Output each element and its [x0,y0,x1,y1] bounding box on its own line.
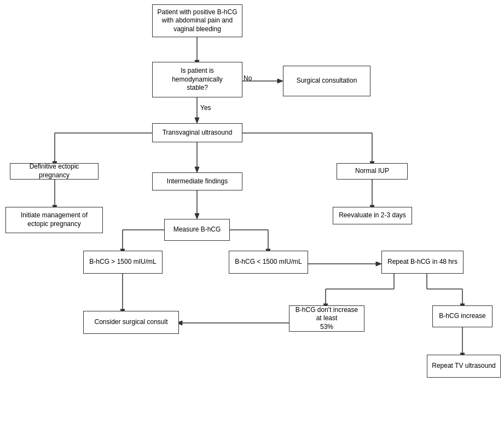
bhcg-no-increase-box: B-hCG don't increase at least 53% [289,305,364,332]
bhcg-high-box: B-hCG > 1500 mIU/mL [83,251,163,274]
normal-iup-box: Normal IUP [337,163,408,180]
repeat-bhcg-box: Repeat B-hCG in 48 hrs [381,251,464,274]
start-box: Patient with positive B-hCG with abdomin… [152,4,242,37]
svg-marker-5 [195,118,199,123]
consider-surgical-box: Consider surgical consult [83,311,179,334]
flowchart: Patient with positive B-hCG with abdomin… [0,0,504,422]
bhcg-low-box: B-hCG < 1500 mIU/mL [229,251,308,274]
measure-bhcg-box: Measure B-hCG [164,219,230,241]
svg-marker-3 [277,79,283,83]
surgical-consult-box: Surgical consultation [283,66,370,96]
no-label: No [244,74,252,82]
hemodynamic-box: Is patient is hemodynamically stable? [152,62,242,97]
svg-marker-10 [195,167,199,172]
initiate-management-box: Initiate management of ectopic pregnancy [5,207,103,233]
yes-label: Yes [200,104,211,112]
transvaginal-box: Transvaginal ultrasound [152,123,242,142]
repeat-tv-box: Repeat TV ultrasound [427,355,501,378]
definitive-ectopic-box: Definitive ectopic pregnancy [10,163,99,180]
reevaluate-box: Reevaluate in 2-3 days [333,207,412,224]
intermediate-box: Intermediate findings [152,172,242,190]
svg-marker-27 [376,262,381,266]
bhcg-increase-box: B-hCG increase [432,305,493,327]
svg-marker-17 [195,213,199,219]
